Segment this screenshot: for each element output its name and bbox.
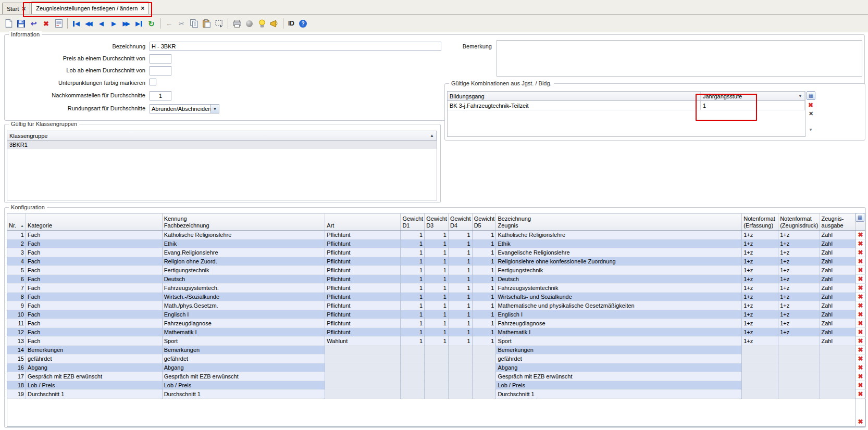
nav-first-icon[interactable]: ◀ xyxy=(70,18,82,30)
config-cell[interactable]: Pflichtunt xyxy=(325,284,401,293)
delete-record-icon[interactable]: ✖ xyxy=(40,18,52,30)
config-cell[interactable] xyxy=(401,346,425,355)
bulb-icon[interactable] xyxy=(256,18,268,30)
config-cell[interactable]: 1+z xyxy=(742,319,778,328)
config-cell[interactable]: 1 xyxy=(448,301,472,310)
config-cell[interactable]: Fach xyxy=(26,266,162,275)
config-cell[interactable]: Abgang xyxy=(496,363,742,372)
config-cell[interactable] xyxy=(401,372,425,381)
config-cell[interactable]: Math./phys.Gesetzm. xyxy=(162,301,325,310)
config-cell[interactable]: Gespräch mit EZB erwünscht xyxy=(26,372,162,381)
config-cell[interactable] xyxy=(448,390,472,399)
config-cell[interactable]: 1 xyxy=(425,266,449,275)
config-cell[interactable]: Pflichtunt xyxy=(325,301,401,310)
delete-row-icon[interactable]: ✖ xyxy=(858,373,863,380)
config-row[interactable]: 16AbgangAbgangAbgang✖ xyxy=(7,363,865,372)
rundungsart-select[interactable]: Abrunden/Abschneiden ▼ xyxy=(150,104,219,113)
config-cell[interactable]: 1+z xyxy=(778,319,820,328)
config-cell[interactable]: 1+z xyxy=(778,301,820,310)
tab-zeugniseinstellungen[interactable]: Zeugniseinstellungen festlegen / ändern … xyxy=(31,2,149,14)
config-cell[interactable]: 6 xyxy=(7,275,26,284)
config-cell[interactable]: 1 xyxy=(401,284,425,293)
config-cell[interactable]: 1+z xyxy=(742,337,778,346)
config-cell[interactable]: 1 xyxy=(401,301,425,310)
config-cell[interactable] xyxy=(325,346,401,355)
config-cell[interactable]: Abgang xyxy=(162,363,325,372)
config-cell[interactable]: gefährdet xyxy=(26,355,162,363)
delete-row-icon[interactable]: ✖ xyxy=(858,355,863,362)
config-cell[interactable]: 1 xyxy=(472,301,496,310)
save-icon[interactable] xyxy=(15,18,27,30)
config-row[interactable]: 7FachFahrzeugsystemtech.Pflichtunt1111Fa… xyxy=(7,284,865,293)
column-header-klassengruppe[interactable]: Klassengruppe ▲ xyxy=(7,131,437,140)
column-header-kategorie[interactable]: Kategorie xyxy=(26,213,162,231)
config-cell[interactable]: 1 xyxy=(425,328,449,337)
config-cell[interactable]: 9 xyxy=(7,301,26,310)
config-row[interactable]: 18Lob / PreisLob / PreisLob / Preis✖ xyxy=(7,381,865,390)
config-cell[interactable]: 1 xyxy=(401,293,425,301)
column-header-gewicht-d3[interactable]: GewichtD3 xyxy=(425,213,449,231)
config-cell[interactable] xyxy=(472,381,496,390)
paste-icon[interactable] xyxy=(201,18,213,30)
config-cell[interactable]: Mathematische und physikalische Gesetzmä… xyxy=(496,301,742,310)
delete-row-icon[interactable]: ✖ xyxy=(858,231,863,238)
config-cell[interactable] xyxy=(448,346,472,355)
config-cell[interactable]: 1+z xyxy=(742,301,778,310)
config-cell[interactable] xyxy=(778,346,820,355)
nav-fast-forward-icon[interactable]: ▶▶ xyxy=(120,18,132,30)
nav-forward-icon[interactable]: ▶ xyxy=(108,18,120,30)
config-cell[interactable]: 1 xyxy=(425,239,449,248)
config-cell[interactable] xyxy=(425,355,449,363)
config-row[interactable]: 6FachDeutschPflichtunt1111Deutsch1+z1+zZ… xyxy=(7,275,865,284)
klassengruppe-cell[interactable]: 3BKR1 xyxy=(7,141,437,148)
column-header-gewicht-d1[interactable]: GewichtD1 xyxy=(401,213,425,231)
select-region-icon[interactable] xyxy=(213,18,225,30)
config-cell[interactable]: 1 xyxy=(425,231,449,239)
config-cell[interactable] xyxy=(778,337,820,346)
config-cell[interactable]: 1 xyxy=(448,328,472,337)
delete-row-icon[interactable]: ✖ xyxy=(858,382,863,389)
config-cell[interactable]: Durchschnitt 1 xyxy=(162,390,325,399)
config-cell[interactable]: Zahl xyxy=(820,337,856,346)
unterpunktungen-checkbox[interactable] xyxy=(150,79,156,85)
column-header-notenformat-erfassung[interactable]: Notenformat(Erfassung) xyxy=(742,213,778,231)
config-cell[interactable]: 1+z xyxy=(742,257,778,266)
back-arrow-icon[interactable]: ← xyxy=(163,18,175,30)
config-cell[interactable] xyxy=(325,363,401,372)
config-cell[interactable]: 1 xyxy=(425,319,449,328)
config-cell[interactable]: Ethik xyxy=(496,239,742,248)
column-chooser-button[interactable]: ▦ xyxy=(855,213,864,222)
config-cell[interactable]: Bemerkungen xyxy=(496,346,742,355)
config-cell[interactable]: Fach xyxy=(26,239,162,248)
config-cell[interactable]: Abgang xyxy=(26,363,162,372)
config-cell[interactable]: 1 xyxy=(448,293,472,301)
config-cell[interactable]: 1+z xyxy=(778,310,820,319)
config-cell[interactable]: Fahrzeugdiagnose xyxy=(162,319,325,328)
config-row[interactable]: 9FachMath./phys.Gesetzm.Pflichtunt1111Ma… xyxy=(7,301,865,310)
config-cell[interactable]: Durchschnitt 1 xyxy=(496,390,742,399)
config-cell[interactable]: Wahlunt xyxy=(325,337,401,346)
lob-input[interactable] xyxy=(150,66,171,75)
config-cell[interactable]: 1 xyxy=(472,239,496,248)
config-cell[interactable]: Fach xyxy=(26,310,162,319)
config-cell[interactable]: Durchschnitt 1 xyxy=(26,390,162,399)
config-cell[interactable]: Fach xyxy=(26,337,162,346)
config-cell[interactable] xyxy=(778,390,820,399)
config-row[interactable]: 15gefährdetgefährdetgefährdet✖ xyxy=(7,355,865,363)
column-header-jahrgangsstufe[interactable]: Jahrgangsstufe ▼ xyxy=(701,92,805,100)
config-cell[interactable]: Gespräch mit EZB erwünscht xyxy=(162,372,325,381)
config-cell[interactable]: 1 xyxy=(401,328,425,337)
config-cell[interactable]: 1+z xyxy=(778,257,820,266)
config-cell[interactable]: Mathematik I xyxy=(496,328,742,337)
config-cell[interactable]: Fertigungstechnik xyxy=(496,266,742,275)
config-cell[interactable]: Gespräch mit EZB erwünscht xyxy=(496,372,742,381)
copy-icon[interactable] xyxy=(188,18,200,30)
delete-row-icon[interactable]: ✖ xyxy=(858,275,863,283)
config-cell[interactable]: Mathematik I xyxy=(162,328,325,337)
config-cell[interactable]: 1 xyxy=(425,337,449,346)
config-cell[interactable]: Evangelische Religionslehre xyxy=(496,248,742,257)
config-cell[interactable] xyxy=(472,355,496,363)
config-cell[interactable]: 1 xyxy=(448,266,472,275)
config-cell[interactable]: Fach xyxy=(26,257,162,266)
config-cell[interactable] xyxy=(820,346,856,355)
